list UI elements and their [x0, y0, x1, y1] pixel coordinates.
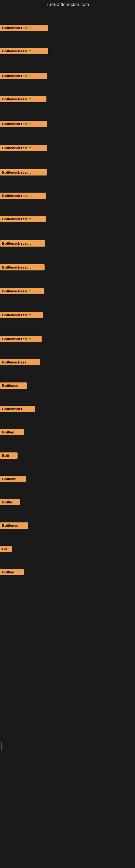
bottleneck-result-item[interactable]: Bottle [0, 499, 20, 505]
bottleneck-result-item[interactable]: Bottleneck result [0, 145, 47, 151]
bottleneck-result-item[interactable]: Bottleneck res [0, 359, 40, 365]
bottleneck-result-item[interactable]: Bottleneck result [0, 96, 46, 102]
bottleneck-result-item[interactable]: Bottlenec [0, 382, 27, 389]
bottleneck-result-item[interactable]: Bottleneck result [0, 25, 48, 31]
bottleneck-result-item[interactable]: Bottleneck result [0, 264, 45, 271]
site-title: TheBottlenecker.com [0, 0, 135, 9]
bottleneck-result-item[interactable]: Bottleneck result [0, 169, 47, 176]
bottleneck-result-item[interactable]: Bottlen [0, 569, 24, 575]
bottleneck-result-item[interactable]: Bottlene [0, 476, 26, 482]
bottleneck-result-item[interactable]: Bottleneck result [0, 336, 42, 342]
bottleneck-result-item[interactable]: Bottlen [0, 429, 24, 435]
bottleneck-result-item[interactable]: Bottleneck result [0, 193, 46, 199]
bottleneck-result-item[interactable]: Bottleneck result [0, 48, 48, 54]
bottleneck-result-item[interactable]: Bottleneck result [0, 312, 43, 318]
bottleneck-result-item[interactable]: Bottleneck result [0, 288, 44, 294]
bottleneck-result-item[interactable]: Bott [0, 453, 17, 459]
bottleneck-result-item[interactable]: Bottlenec [0, 522, 28, 529]
bottleneck-result-item[interactable]: Bottleneck result [0, 121, 47, 127]
bottleneck-result-item[interactable]: Bottleneck r [0, 406, 35, 412]
bottleneck-result-item[interactable]: Bottleneck result [0, 240, 45, 247]
bottleneck-result-item[interactable]: Bottleneck result [0, 216, 46, 222]
bottleneck-result-item[interactable]: Bo [0, 546, 12, 552]
bottleneck-result-item[interactable]: Bottleneck result [0, 73, 47, 79]
text-cursor [1, 742, 2, 750]
